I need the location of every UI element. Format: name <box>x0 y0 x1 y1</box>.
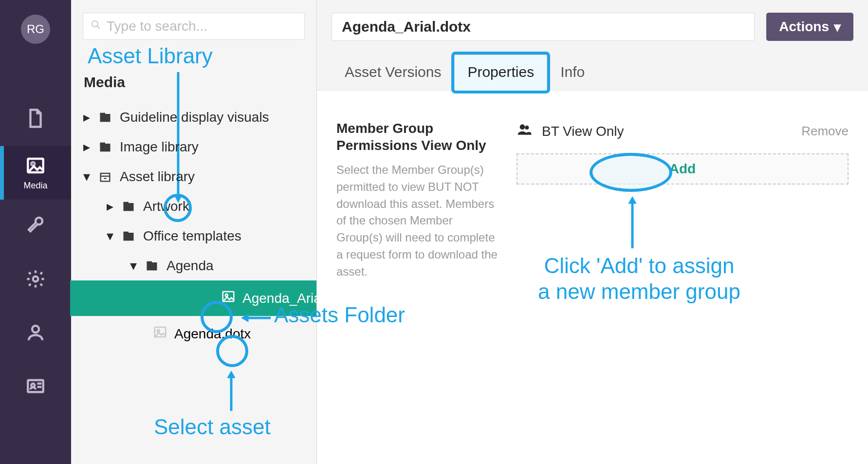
svg-point-34 <box>525 126 529 130</box>
rail-item-media[interactable]: Media <box>0 146 71 200</box>
annotation-arrow-left-icon <box>240 312 272 324</box>
tree-item-label: Artwork <box>143 199 189 214</box>
svg-rect-14 <box>100 144 111 151</box>
tree-item-artwork[interactable]: ▸ Artwork <box>106 191 305 221</box>
svg-rect-22 <box>124 231 129 234</box>
member-group-row: BT View Only Remove <box>517 120 849 153</box>
folder-icon <box>144 259 160 273</box>
svg-point-26 <box>225 294 228 297</box>
tab-info[interactable]: Info <box>547 55 598 90</box>
tree-item-agenda[interactable]: ▾ Agenda <box>129 251 305 280</box>
svg-rect-21 <box>124 233 134 241</box>
annotation-arrow-up-icon <box>225 370 238 412</box>
rail-item-users[interactable] <box>0 307 71 360</box>
svg-point-8 <box>92 21 98 27</box>
svg-rect-15 <box>100 142 106 145</box>
svg-point-3 <box>32 326 39 333</box>
chevron-right-icon: ▸ <box>83 109 91 125</box>
svg-marker-30 <box>241 314 248 322</box>
properties-description: Select the Member Group(s) permitted to … <box>336 162 502 280</box>
rail-label-media: Media <box>23 181 47 191</box>
users-icon <box>517 122 532 141</box>
folder-icon <box>121 229 136 243</box>
user-icon <box>25 322 46 345</box>
svg-rect-23 <box>147 262 157 270</box>
annotation-add-line1: Click 'Add' to assign <box>498 253 780 279</box>
left-rail: RG Media <box>0 0 71 464</box>
tree-item-label: Office templates <box>143 228 241 244</box>
rail-item-content[interactable] <box>0 93 71 146</box>
asset-image-icon <box>153 325 167 343</box>
folder-icon <box>97 111 113 124</box>
svg-marker-32 <box>227 371 235 378</box>
svg-point-2 <box>33 277 38 282</box>
annotation-assets-folder: Assets Folder <box>274 303 405 327</box>
add-label: Add <box>669 161 696 177</box>
actions-button[interactable]: Actions ▾ <box>766 13 853 41</box>
annotation-asset-library: Asset Library <box>88 44 213 68</box>
chevron-down-icon: ▾ <box>106 228 114 244</box>
tab-bar: Asset Versions Properties Info <box>332 55 853 90</box>
chevron-right-icon: ▸ <box>83 139 91 155</box>
svg-point-33 <box>520 124 525 130</box>
rail-item-settings[interactable] <box>0 200 71 253</box>
tab-asset-versions[interactable]: Asset Versions <box>332 55 454 90</box>
actions-label: Actions <box>779 19 829 35</box>
svg-rect-19 <box>124 203 134 211</box>
svg-rect-12 <box>100 114 111 122</box>
svg-point-28 <box>157 330 160 332</box>
tree-item-guideline[interactable]: ▸ Guideline display visuals <box>83 102 305 132</box>
folder-icon <box>121 200 136 213</box>
search-input[interactable] <box>107 19 297 34</box>
asset-image-icon <box>221 289 236 307</box>
tree-item-label: Guideline display visuals <box>120 110 269 125</box>
tree-asset-label: Agenda.dotx <box>174 326 251 342</box>
avatar-initials: RG <box>27 22 44 36</box>
search-icon <box>90 19 102 34</box>
tree-item-label: Asset library <box>120 169 195 185</box>
image-icon <box>25 155 46 178</box>
annotation-arrow-up-add-icon <box>626 196 639 249</box>
chevron-right-icon: ▸ <box>106 198 114 214</box>
folder-icon <box>97 140 113 154</box>
remove-link[interactable]: Remove <box>801 124 849 139</box>
annotation-add-callout: Click 'Add' to assign a new member group <box>498 253 780 305</box>
tree-item-label: Agenda <box>166 258 214 274</box>
annotation-select-asset: Select asset <box>154 415 271 439</box>
rail-item-members[interactable] <box>0 360 71 414</box>
tree-item-office-templates[interactable]: ▾ Office templates <box>106 221 305 251</box>
svg-point-1 <box>31 162 35 166</box>
rail-item-config[interactable] <box>0 253 71 307</box>
content-area: Agenda_Arial.dotx Actions ▾ Asset Versio… <box>317 0 868 464</box>
wrench-icon <box>25 215 46 238</box>
archive-icon <box>97 170 113 184</box>
avatar[interactable]: RG <box>21 15 50 44</box>
chevron-down-icon: ▾ <box>83 168 91 185</box>
id-card-icon <box>25 376 46 398</box>
tree-item-asset-library[interactable]: ▾ Asset library <box>83 162 305 191</box>
asset-title-field[interactable]: Agenda_Arial.dotx <box>332 13 755 41</box>
tree-item-image-library[interactable]: ▸ Image library <box>83 132 305 162</box>
chevron-down-icon: ▾ <box>129 258 137 274</box>
file-icon <box>25 108 46 130</box>
tab-properties[interactable]: Properties <box>454 55 547 91</box>
tree-item-label: Image library <box>120 139 199 155</box>
gear-icon <box>25 269 46 291</box>
add-member-group-button[interactable]: Add <box>517 153 849 185</box>
tree-panel: Asset Library Media ▸ Guideline display … <box>71 0 317 464</box>
svg-rect-16 <box>101 173 110 181</box>
asset-title-text: Agenda_Arial.dotx <box>342 19 471 35</box>
tree-section-title: Media <box>84 74 305 91</box>
search-box[interactable] <box>83 13 305 40</box>
svg-rect-13 <box>100 112 106 115</box>
member-group-name: BT View Only <box>542 124 624 139</box>
svg-rect-20 <box>124 202 129 204</box>
svg-marker-36 <box>628 197 636 204</box>
annotation-add-line2: a new member group <box>498 279 780 305</box>
svg-line-9 <box>97 26 100 29</box>
svg-rect-24 <box>147 261 152 263</box>
properties-heading: Member Group Permissions View Only <box>336 120 502 154</box>
chevron-down-icon: ▾ <box>834 19 841 35</box>
